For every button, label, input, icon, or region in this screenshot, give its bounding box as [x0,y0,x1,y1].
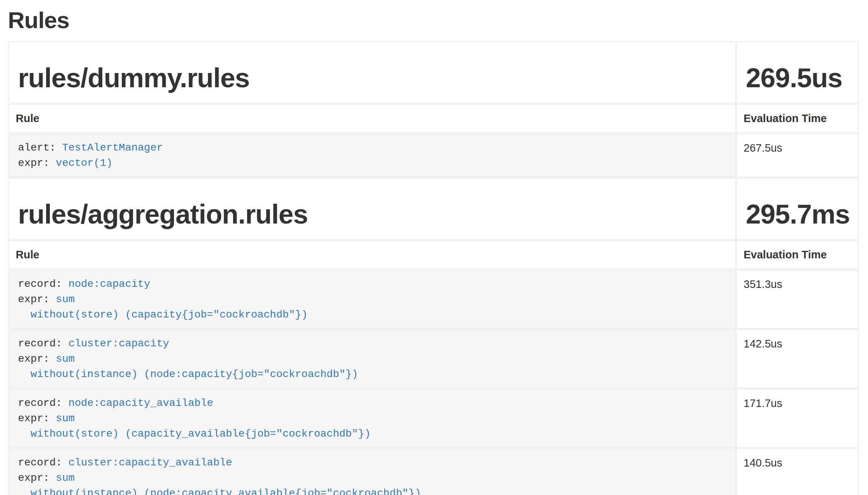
eval-time-column-header: Evaluation Time [736,104,858,133]
rule-name-link[interactable]: cluster:capacity_available [68,457,232,468]
rule-eval-time: 267.5us [736,134,858,177]
rule-expr-link[interactable]: sum without(store) (capacity_available{j… [18,413,371,440]
rule-group-eval-time-cell: 295.7ms [736,178,858,240]
rule-code: record: node:capacity_available expr: su… [16,395,729,441]
rule-cell: record: cluster:capacity_available expr:… [9,449,736,495]
rule-name-link[interactable]: node:capacity_available [68,397,213,409]
rule-type-keyword: record: [18,338,62,349]
rule-cell: record: node:capacity expr: sum without(… [9,270,736,329]
rule-group-name-cell: rules/aggregation.rules [9,178,736,240]
rule-row: record: node:capacity_available expr: su… [9,389,858,448]
rule-code: alert: TestAlertManager expr: vector(1) [16,140,729,171]
rule-name-link[interactable]: cluster:capacity [68,338,169,349]
rule-name-link[interactable]: node:capacity [68,278,150,290]
expr-keyword: expr: [18,294,49,305]
rule-code: record: node:capacity expr: sum without(… [16,276,729,322]
expr-keyword: expr: [18,413,49,424]
rule-name-link[interactable]: TestAlertManager [62,142,163,154]
rule-group-eval-time: 295.7ms [744,200,851,229]
rule-row: alert: TestAlertManager expr: vector(1) … [9,134,858,177]
rule-eval-time: 171.7us [736,389,858,448]
eval-time-column-header: Evaluation Time [736,240,858,269]
rule-column-header: Rule [9,240,736,269]
rule-code: record: cluster:capacity_available expr:… [16,455,729,495]
rule-type-keyword: record: [18,457,62,468]
page-title: Rules [8,7,859,33]
rule-row: record: node:capacity expr: sum without(… [9,270,858,329]
rule-type-keyword: record: [18,397,62,409]
expr-keyword: expr: [18,353,49,365]
rule-type-keyword: alert: [18,142,56,154]
rules-table-body: rules/dummy.rules 269.5us Rule Evaluatio… [9,42,858,495]
column-header-row: Rule Evaluation Time [9,104,858,133]
rule-group-name: rules/dummy.rules [16,63,729,93]
rules-table: rules/dummy.rules 269.5us Rule Evaluatio… [8,41,859,495]
expr-keyword: expr: [18,157,49,169]
rule-group-header-row: rules/aggregation.rules 295.7ms [9,178,858,240]
rule-cell: record: cluster:capacity expr: sum witho… [9,330,736,388]
rule-eval-time: 142.5us [736,330,858,388]
rule-eval-time: 140.5us [736,449,858,495]
rule-expr-link[interactable]: vector(1) [56,157,112,169]
rule-code: record: cluster:capacity expr: sum witho… [16,336,729,382]
rule-type-keyword: record: [18,278,62,290]
rule-row: record: cluster:capacity_available expr:… [9,449,858,495]
rule-column-header: Rule [9,104,736,133]
rules-page: Rules rules/dummy.rules 269.5us Rule Eva… [0,7,868,495]
rule-eval-time: 351.3us [736,270,858,329]
rule-group-name-cell: rules/dummy.rules [9,42,736,103]
column-header-row: Rule Evaluation Time [9,240,858,269]
rule-expr-link[interactable]: sum without(instance) (node:capacity_ava… [18,472,421,495]
rule-cell: alert: TestAlertManager expr: vector(1) [9,134,736,177]
rule-expr-link[interactable]: sum without(store) (capacity{job="cockro… [18,294,308,321]
rule-group-eval-time: 269.5us [744,63,851,93]
rule-expr-link[interactable]: sum without(instance) (node:capacity{job… [18,353,358,380]
rule-group-eval-time-cell: 269.5us [736,42,858,103]
rule-group-header-row: rules/dummy.rules 269.5us [9,42,858,103]
rule-cell: record: node:capacity_available expr: su… [9,389,736,448]
rule-row: record: cluster:capacity expr: sum witho… [9,330,858,388]
expr-keyword: expr: [18,472,49,484]
rule-group-name: rules/aggregation.rules [16,200,729,229]
